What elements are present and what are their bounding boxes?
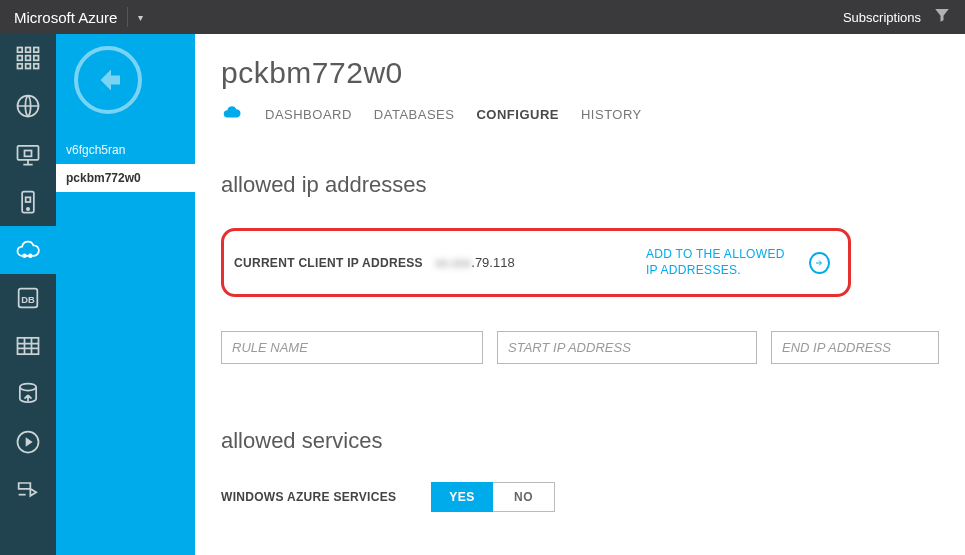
rail-tables[interactable] <box>0 322 56 370</box>
azure-services-label: WINDOWS AZURE SERVICES <box>221 490 431 504</box>
svg-rect-1 <box>26 48 31 53</box>
tabs: DASHBOARD DATABASES CONFIGURE HISTORY <box>221 104 965 124</box>
svg-rect-0 <box>18 48 23 53</box>
svg-rect-8 <box>34 64 39 69</box>
end-ip-input[interactable] <box>771 331 939 364</box>
rail-cloud-services[interactable] <box>0 226 56 274</box>
tab-dashboard[interactable]: DASHBOARD <box>265 107 352 122</box>
cloud-icon <box>221 104 243 124</box>
rail-sql[interactable]: DB <box>0 274 56 322</box>
svg-rect-6 <box>18 64 23 69</box>
subscriptions-link[interactable]: Subscriptions <box>843 10 921 25</box>
svg-point-13 <box>27 208 29 210</box>
service-rail: DB <box>0 34 56 555</box>
divider <box>127 7 128 27</box>
rail-all-items[interactable] <box>0 34 56 82</box>
rail-hdinsight[interactable] <box>0 370 56 418</box>
svg-point-20 <box>20 384 36 391</box>
tab-history[interactable]: HISTORY <box>581 107 642 122</box>
back-button[interactable] <box>74 46 142 114</box>
current-ip-box: CURRENT CLIENT IP ADDRESS xx.xxx .79.118… <box>221 228 851 297</box>
tab-configure[interactable]: CONFIGURE <box>476 107 559 122</box>
current-ip-label: CURRENT CLIENT IP ADDRESS <box>234 256 425 270</box>
rule-name-input[interactable] <box>221 331 483 364</box>
current-ip-value: xx.xxx .79.118 <box>435 255 636 270</box>
chevron-down-icon[interactable]: ▾ <box>138 12 143 23</box>
svg-rect-4 <box>26 56 31 61</box>
svg-rect-7 <box>26 64 31 69</box>
rail-web[interactable] <box>0 82 56 130</box>
toggle-no[interactable]: NO <box>493 482 555 512</box>
page-title: pckbm772w0 <box>221 56 965 90</box>
svg-point-15 <box>23 254 26 257</box>
svg-rect-3 <box>18 56 23 61</box>
rail-media[interactable] <box>0 418 56 466</box>
filter-icon[interactable] <box>933 6 951 28</box>
svg-rect-2 <box>34 48 39 53</box>
add-ip-arrow-button[interactable] <box>809 252 830 274</box>
svg-text:DB: DB <box>21 295 35 305</box>
toggle-yes[interactable]: YES <box>431 482 493 512</box>
svg-rect-10 <box>18 146 39 160</box>
tab-databases[interactable]: DATABASES <box>374 107 455 122</box>
sidebar-item-server[interactable]: v6fgch5ran <box>56 136 195 164</box>
svg-rect-11 <box>25 151 32 157</box>
product-title: Microsoft Azure <box>14 9 117 26</box>
sidebar-item-database[interactable]: pckbm772w0 <box>56 164 195 192</box>
rail-vm[interactable] <box>0 130 56 178</box>
svg-rect-19 <box>18 338 39 354</box>
start-ip-input[interactable] <box>497 331 757 364</box>
svg-rect-14 <box>26 197 31 202</box>
svg-rect-5 <box>34 56 39 61</box>
ip-rule-row <box>221 331 965 364</box>
azure-services-row: WINDOWS AZURE SERVICES YES NO <box>221 482 965 512</box>
rail-service-bus[interactable] <box>0 466 56 514</box>
rail-mobile[interactable] <box>0 178 56 226</box>
allowed-ip-heading: allowed ip addresses <box>221 172 965 198</box>
side-panel: v6fgch5ran pckbm772w0 <box>56 34 195 555</box>
main-content: pckbm772w0 DASHBOARD DATABASES CONFIGURE… <box>195 34 965 555</box>
add-to-allowed-link[interactable]: ADD TO THE ALLOWED IP ADDRESSES. <box>646 247 799 278</box>
azure-services-toggle: YES NO <box>431 482 555 512</box>
top-bar: Microsoft Azure ▾ Subscriptions <box>0 0 965 34</box>
ip-visible-suffix: .79.118 <box>471 255 514 270</box>
ip-blurred-prefix: xx.xxx <box>435 255 471 270</box>
svg-point-16 <box>29 254 32 257</box>
allowed-services-heading: allowed services <box>221 428 965 454</box>
